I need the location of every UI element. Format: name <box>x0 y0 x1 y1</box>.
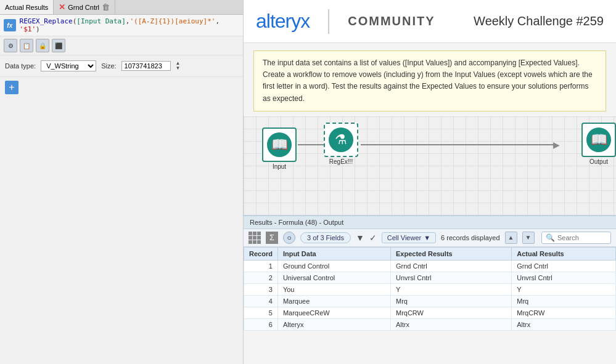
description-box: The input data set contains a list of va… <box>253 51 606 111</box>
size-label: Size: <box>101 62 116 70</box>
output-node[interactable]: 📖 Output <box>581 123 616 165</box>
output-node-label: Output <box>589 158 608 165</box>
connector-2 <box>361 144 555 145</box>
regex-node[interactable]: ⚗ RegEx!!! <box>324 123 358 165</box>
cell-input-1: Ground Control <box>277 260 390 272</box>
col-input-data: Input Data <box>277 247 390 260</box>
grnd-cntrl-tab[interactable]: ✕ Grnd Cntrl 🗑 <box>54 0 115 14</box>
actual-results-tab[interactable]: Actual Results <box>0 0 54 14</box>
table-row: 6 Alteryx Altrx Altrx <box>244 318 616 330</box>
regex-node-label: RegEx!!! <box>329 158 353 165</box>
input-node-icon: 📖 <box>267 132 292 157</box>
alteryx-logo: alteryx <box>256 10 310 33</box>
results-toolbar: Σ ○ 3 of 3 Fields ▼ ✓ Cell Viewer ▼ 6 re… <box>244 229 616 247</box>
cell-viewer-btn[interactable]: Cell Viewer ▼ <box>382 232 436 243</box>
add-button[interactable]: + <box>5 81 18 94</box>
tab-bar: Actual Results ✕ Grnd Cntrl 🗑 <box>0 0 243 15</box>
cell-record-5: 5 <box>244 307 278 318</box>
regex-node-icon: ⚗ <box>329 127 353 152</box>
cell-actual-2: Unvrsl Cntrl <box>512 272 616 283</box>
cell-input-3: You <box>277 283 390 295</box>
trash-icon[interactable]: 🗑 <box>102 2 110 12</box>
input-node[interactable]: 📖 Input <box>262 127 297 170</box>
results-header: Results - Formula (48) - Output <box>244 216 616 229</box>
connector-arrow-2: ▶ <box>553 140 560 150</box>
col-expected-results: Expected Results <box>390 247 511 260</box>
fields-badge[interactable]: 3 of 3 Fields <box>300 232 351 243</box>
fields-dropdown-icon[interactable]: ▼ <box>356 233 364 243</box>
icon-btn-3[interactable]: 🔒 <box>36 39 49 52</box>
cell-expected-2: Unvrsl Cntrl <box>390 272 511 283</box>
icon-btn-1[interactable]: ⚙ <box>4 39 17 52</box>
cell-expected-4: Mrq <box>390 295 511 307</box>
output-node-box: 📖 <box>581 123 616 157</box>
cell-actual-6: Altrx <box>512 318 616 330</box>
grnd-cntrl-label: Grnd Cntrl <box>68 4 99 11</box>
sigma-icon[interactable]: Σ <box>266 232 278 244</box>
cell-actual-1: Grnd Cntrl <box>512 260 616 272</box>
tab-close-icon[interactable]: ✕ <box>59 2 65 12</box>
cell-expected-1: Grnd Cntrl <box>390 260 511 272</box>
viewer-dropdown-icon: ▼ <box>424 234 430 241</box>
table-row: 5 MarqueeCReW MrqCRW MrqCRW <box>244 307 616 318</box>
cell-input-6: Alteryx <box>277 318 390 330</box>
description-text: The input data set contains a list of va… <box>263 59 593 103</box>
table-row: 4 Marquee Mrq Mrq <box>244 295 616 307</box>
sort-asc-btn[interactable]: ▲ <box>505 232 517 244</box>
cell-record-3: 3 <box>244 283 278 295</box>
search-input[interactable] <box>557 234 607 241</box>
workflow-canvas: 📖 Input ▶ ⚗ RegEx!!! ▶ 📖 Output <box>244 116 616 215</box>
table-header-row: Record Input Data Expected Results Actua… <box>244 247 616 260</box>
search-icon: 🔍 <box>546 233 555 242</box>
fields-check-icon[interactable]: ✓ <box>369 233 377 243</box>
formula-text: REGEX_Replace([Input Data],'([A-Z]{1})[a… <box>20 17 239 33</box>
icon-btn-2[interactable]: 📋 <box>20 39 33 52</box>
community-text: COMMUNITY <box>348 14 435 28</box>
input-node-label: Input <box>273 163 286 170</box>
input-node-box: 📖 <box>262 127 297 162</box>
formula-icon: fx <box>4 19 16 31</box>
cell-input-5: MarqueeCReW <box>277 307 390 318</box>
table-row: 2 Universal Control Unvrsl Cntrl Unvrsl … <box>244 272 616 283</box>
cell-expected-6: Altrx <box>390 318 511 330</box>
size-input[interactable] <box>121 61 171 71</box>
cell-record-2: 2 <box>244 272 278 283</box>
cell-input-2: Universal Control <box>277 272 390 283</box>
config-row: Data type: V_WString Size: ▲ ▼ <box>0 55 243 77</box>
col-actual-results: Actual Results <box>512 247 616 260</box>
results-panel: Results - Formula (48) - Output Σ ○ 3 of… <box>244 215 616 331</box>
data-type-label: Data type: <box>5 62 36 70</box>
cell-actual-3: Y <box>512 283 616 295</box>
grid-view-icon[interactable] <box>248 232 261 244</box>
cell-actual-4: Mrq <box>512 295 616 307</box>
output-node-icon: 📖 <box>586 127 611 152</box>
tab-label: Actual Results <box>5 4 48 11</box>
row-selector[interactable]: ○ <box>283 232 295 244</box>
cell-record-1: 1 <box>244 260 278 272</box>
sort-desc-btn[interactable]: ▼ <box>522 232 535 244</box>
data-type-select[interactable]: V_WString <box>41 60 96 71</box>
results-header-text: Results - Formula (48) - Output <box>250 219 343 226</box>
left-panel: Actual Results ✕ Grnd Cntrl 🗑 fx REGEX_R… <box>0 0 244 364</box>
formula-bar: fx REGEX_Replace([Input Data],'([A-Z]{1}… <box>0 15 243 36</box>
cell-expected-5: MrqCRW <box>390 307 511 318</box>
challenge-title: Weekly Challenge #259 <box>474 14 604 28</box>
branding-bar: alteryx COMMUNITY Weekly Challenge #259 <box>244 0 616 43</box>
regex-node-box: ⚗ <box>324 123 358 157</box>
cell-expected-3: Y <box>390 283 511 295</box>
cell-record-4: 4 <box>244 295 278 307</box>
table-row: 3 You Y Y <box>244 283 616 295</box>
cell-record-6: 6 <box>244 318 278 330</box>
viewer-label: Cell Viewer <box>387 234 421 241</box>
results-table: Record Input Data Expected Results Actua… <box>244 247 616 331</box>
table-row: 1 Ground Control Grnd Cntrl Grnd Cntrl <box>244 260 616 272</box>
fields-count: 3 of 3 Fields <box>307 234 344 241</box>
records-text: 6 records displayed <box>441 234 499 241</box>
right-panel: alteryx COMMUNITY Weekly Challenge #259 … <box>244 0 616 364</box>
cell-input-4: Marquee <box>277 295 390 307</box>
col-record: Record <box>244 247 278 260</box>
logo-divider <box>328 9 329 34</box>
size-spinner[interactable]: ▲ ▼ <box>176 61 181 71</box>
icon-btn-4[interactable]: ⬛ <box>52 39 65 52</box>
cell-actual-5: MrqCRW <box>512 307 616 318</box>
